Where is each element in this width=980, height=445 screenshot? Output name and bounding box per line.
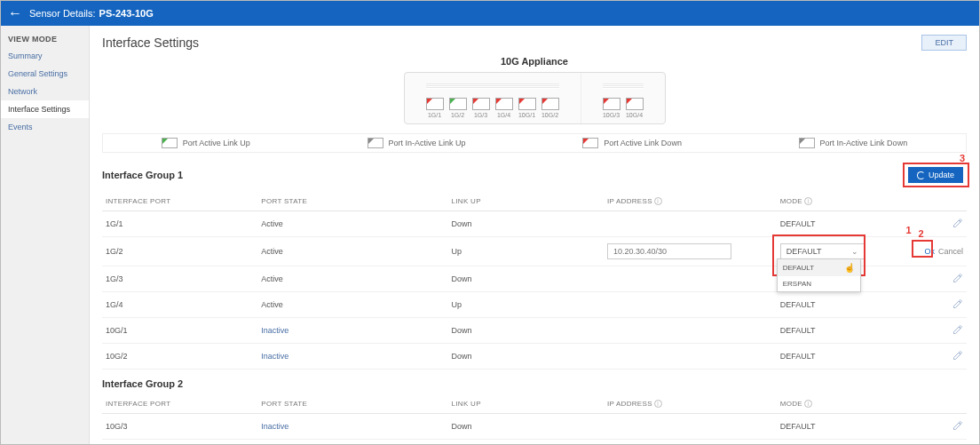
port-label: 10G/3 [603,112,620,118]
info-icon: i [804,400,812,408]
cell-state: Active [257,211,447,237]
sidebar-item-events[interactable]: Events [1,118,89,136]
legend-item: Port Active Link Down [582,138,682,148]
content-area: Interface Settings EDIT 10G Appliance 1G… [90,26,979,444]
th-state: PORT STATE [257,192,447,211]
mode-select-value: DEFAULT [786,247,822,256]
cell-port: 1G/4 [102,292,257,318]
port-icon [495,98,513,110]
cell-ip [604,414,777,440]
ip-input[interactable] [607,243,731,259]
cell-port: 10G/2 [102,344,257,370]
legend-label: Port In-Active Link Down [820,139,908,147]
legend-bar: Port Active Link UpPort In-Active Link U… [102,133,967,153]
sidebar-item-network[interactable]: Network [1,83,89,100]
edit-row-icon[interactable] [952,218,963,228]
port-icon [541,98,559,110]
dropdown-option[interactable]: DEFAULT☝ [778,259,860,276]
info-icon: i [804,197,812,205]
cell-link: Down [448,318,604,344]
table-row: 1G/1 Active DownDEFAULT [102,211,967,237]
port-item: 10G/2 [541,98,559,118]
sidebar-item-interface-settings[interactable]: Interface Settings [1,100,89,118]
port-label: 10G/2 [541,112,559,118]
info-icon: i [654,400,662,408]
cell-actions: OkCancel2 [915,237,967,266]
group2-table: INTERFACE PORT PORT STATE LINK UP IP ADD… [102,394,967,444]
table-row: 10G/1 Inactive DownDEFAULT [102,318,967,344]
edit-row-icon[interactable] [952,324,963,335]
cell-state: Active [257,237,447,266]
port-item: 10G/4 [626,98,644,118]
cell-state: Inactive [257,414,447,440]
cell-actions [915,414,967,440]
th-port: INTERFACE PORT [102,192,257,211]
callout-1-number: 1 [905,225,911,235]
sidebar-item-general-settings[interactable]: General Settings [1,65,89,83]
sensor-name: PS-243-10G [99,8,154,19]
cell-port: 1G/1 [102,211,257,237]
th-port: INTERFACE PORT [102,394,257,414]
port-icon [799,138,815,148]
edit-button[interactable]: EDIT [921,35,967,51]
cell-ip [604,266,777,292]
mode-dropdown[interactable]: DEFAULT☝ERSPAN [777,258,861,292]
port-icon [368,138,383,148]
port-label: 1G/3 [472,112,490,118]
reload-icon [917,171,925,179]
th-ip: IP ADDRESSi [604,394,777,414]
info-icon: i [654,197,662,205]
port-icon [449,98,467,110]
port-label: 1G/2 [449,112,467,118]
edit-row-icon[interactable] [952,420,963,431]
table-row: 10G/3 Inactive Down DEFAULT [102,414,967,440]
cell-state: Inactive [257,440,447,445]
port-item: 1G/1 [426,98,444,118]
cell-ip [604,237,777,266]
cell-actions [915,318,967,344]
cancel-link[interactable]: Cancel [938,247,963,256]
cell-port: 10G/1 [102,318,257,344]
table-row: 1G/4 Active UpDEFAULT [102,292,967,318]
edit-row-icon[interactable] [952,298,963,309]
port-icon [582,138,598,148]
edit-row-icon[interactable] [952,273,963,283]
cell-link: Down [448,266,604,292]
cell-link: Up [448,440,604,445]
update-button[interactable]: Update [908,167,963,183]
cell-mode: DEFAULT [777,440,915,445]
ok-link[interactable]: Ok [924,247,935,256]
port-icon [472,98,490,110]
cursor-hand-icon: ☝ [844,263,855,273]
cell-state: Active [257,266,447,292]
cell-ip [604,440,777,445]
callout-3-number: 3 [960,153,965,163]
port-item: 10G/3 [603,98,620,118]
edit-row-icon[interactable] [952,350,963,361]
cell-state: Inactive [257,318,447,344]
top-bar: ← Sensor Details: PS-243-10G [1,1,979,26]
cell-mode: DEFAULT [777,318,915,344]
legend-item: Port In-Active Link Down [799,138,908,148]
port-item: 1G/2 [449,98,467,118]
cell-actions [915,266,967,292]
cell-actions [915,440,967,445]
chevron-down-icon: ⌄ [851,247,858,256]
th-mode: MODEi [777,192,915,211]
table-row: 1G/2 Active UpDEFAULT⌄DEFAULT☝ERSPAN1OkC… [102,237,967,266]
table-row: 10G/4 Inactive Up DEFAULT [102,440,967,445]
table-row: 10G/2 Inactive DownDEFAULT [102,344,967,370]
sidebar-title: VIEW MODE [1,31,89,47]
back-arrow-icon[interactable]: ← [8,5,22,21]
th-link: LINK UP [448,192,604,211]
port-label: 1G/1 [426,112,444,118]
mode-select[interactable]: DEFAULT⌄ [780,243,865,259]
cell-link: Up [448,237,604,266]
port-icon [426,98,444,110]
dropdown-option[interactable]: ERSPAN [778,276,860,291]
sidebar-item-summary[interactable]: Summary [1,47,89,65]
port-label: 10G/4 [626,112,644,118]
legend-item: Port Active Link Up [162,138,250,148]
appliance-title: 10G Appliance [102,56,967,67]
cell-link: Down [448,344,604,370]
